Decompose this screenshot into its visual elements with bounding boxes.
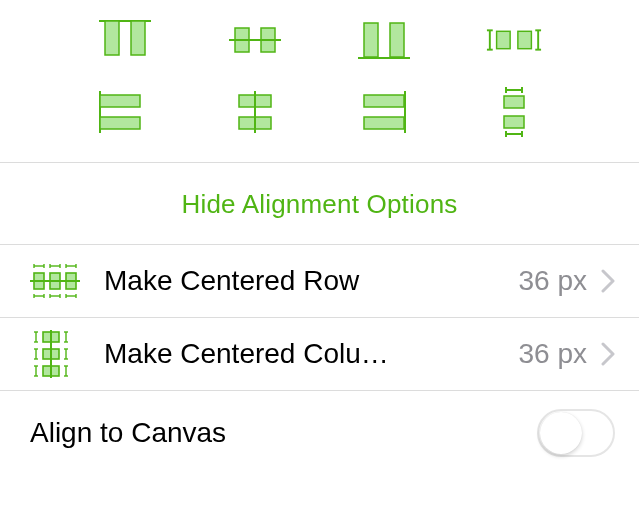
hide-alignment-link[interactable]: Hide Alignment Options — [0, 163, 639, 244]
svg-rect-16 — [518, 31, 532, 48]
svg-rect-19 — [100, 117, 140, 129]
svg-rect-24 — [364, 117, 404, 129]
make-centered-column-button[interactable]: Make Centered Colu… 36 px — [0, 317, 639, 391]
action-label: Make Centered Row — [84, 265, 507, 297]
make-centered-row-button[interactable]: Make Centered Row 36 px — [0, 244, 639, 317]
action-value: 36 px — [507, 338, 602, 370]
svg-rect-23 — [364, 95, 404, 107]
svg-rect-15 — [497, 31, 511, 48]
action-label: Make Centered Colu… — [84, 338, 507, 370]
chevron-right-icon — [601, 342, 615, 366]
align-center-icon[interactable] — [226, 90, 284, 134]
alignment-row — [0, 18, 639, 62]
align-to-canvas-label: Align to Canvas — [30, 417, 537, 449]
align-vertical-center-icon[interactable] — [226, 18, 284, 62]
distribute-vertical-icon[interactable] — [485, 90, 543, 134]
svg-rect-2 — [131, 21, 145, 55]
align-top-icon[interactable] — [96, 18, 154, 62]
toggle-knob — [540, 412, 582, 454]
svg-rect-18 — [100, 95, 140, 107]
distribute-horizontal-icon[interactable] — [485, 18, 543, 62]
action-value: 36 px — [507, 265, 602, 297]
align-bottom-icon[interactable] — [355, 18, 413, 62]
hide-alignment-label: Hide Alignment Options — [181, 189, 457, 219]
svg-rect-1 — [105, 21, 119, 55]
centered-column-icon — [30, 332, 84, 376]
svg-rect-33 — [504, 116, 524, 128]
align-to-canvas-row: Align to Canvas — [0, 391, 639, 457]
alignment-row — [0, 90, 639, 134]
alignment-options-grid — [0, 0, 639, 162]
chevron-right-icon — [601, 269, 615, 293]
align-right-icon[interactable] — [355, 90, 413, 134]
svg-rect-6 — [364, 23, 378, 57]
align-left-icon[interactable] — [96, 90, 154, 134]
svg-rect-32 — [504, 96, 524, 108]
centered-row-icon — [30, 259, 84, 303]
svg-rect-7 — [390, 23, 404, 57]
alignment-actions: Make Centered Row 36 px — [0, 244, 639, 391]
align-to-canvas-toggle[interactable] — [537, 409, 615, 457]
